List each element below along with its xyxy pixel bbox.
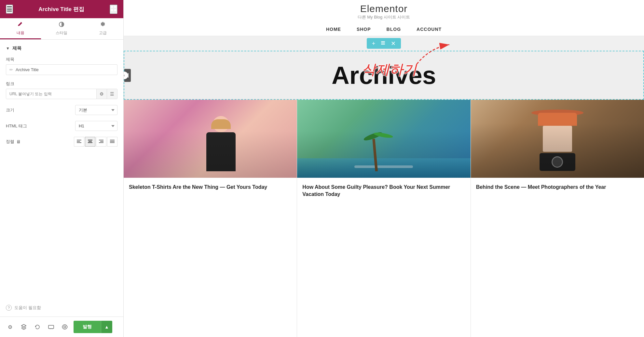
nav-account[interactable]: ACCOUNT [417,27,442,32]
logo-name: Elementor [358,3,410,14]
help-icon: ? [6,305,12,311]
svg-rect-17 [110,142,115,143]
svg-rect-20 [381,41,385,42]
responsive-btn[interactable] [46,322,56,332]
blog-card-1-title: Skeleton T-Shirts Are the New Thing — Ge… [129,184,292,191]
blog-grid: Skeleton T-Shirts Are the New Thing — Ge… [124,100,644,337]
svg-rect-22 [381,44,385,45]
size-select[interactable]: 기본 소 중 대 [75,105,117,115]
title-label: 제목 [6,57,117,62]
title-field-row: 제목 ✏ Archive Title [6,57,117,75]
publish-group: 발행 ▲ [74,321,112,333]
svg-rect-2 [111,9,113,11]
canvas-area: Elementor 다른 My Blog 사이트 사이트 HOME SHOP B… [124,0,644,337]
toolbar-move-btn[interactable] [378,40,388,47]
section-heading[interactable]: ▼ 제목 [6,45,117,51]
title-value: Archive Title [16,67,39,72]
tab-style[interactable]: 스타일 [41,18,82,39]
align-buttons [74,137,117,147]
blog-card-2: How About Some Guilty Pleasure? Book You… [297,100,471,337]
panel-body: ▼ 제목 제목 ✏ Archive Title 링크 ⚙ ☰ 크기 [0,40,123,299]
link-label: 링크 [6,81,117,87]
layers-btn[interactable] [19,322,29,332]
site-nav: HOME SHOP BLOG ACCOUNT [326,21,442,36]
size-field-row: 크기 기본 소 중 대 [6,105,117,115]
blog-card-2-title: How About Some Guilty Pleasure? Book You… [302,184,465,198]
link-row: ⚙ ☰ [6,89,117,99]
link-field-row: 링크 ⚙ ☰ [6,81,117,99]
pen-icon: ✏ [9,67,13,72]
panel-header: ☰ Archive Title 편집 [0,0,123,18]
pencil-icon [18,21,23,29]
blog-card-1: Skeleton T-Shirts Are the New Thing — Ge… [124,100,297,337]
widget-toolbar-inner: + ✕ [367,38,401,49]
site-logo: Elementor 다른 My Blog 사이트 사이트 [358,3,410,20]
html-tag-select[interactable]: H1 H2 H3 H4 div span p [75,121,117,131]
tab-style-label: 스타일 [56,30,67,36]
size-label: 크기 [6,107,14,113]
svg-rect-15 [110,140,115,140]
svg-rect-8 [77,142,81,143]
publish-button[interactable]: 발행 [74,321,101,333]
blog-card-3: Behind the Scene — Meet Photographers of… [471,100,644,337]
align-center-btn[interactable] [85,137,95,147]
html-tag-field-row: HTML 태그 H1 H2 H3 H4 div span p [6,121,117,131]
link-input[interactable] [6,89,96,99]
svg-point-19 [64,326,66,328]
archive-section-inner: Archives 삭제하기 [131,61,637,89]
panel-tabs: 내용 스타일 고급 [0,18,123,40]
blog-card-3-title: Behind the Scene — Meet Photographers of… [476,184,639,191]
align-label: 정렬 🖥 [6,139,21,145]
blog-card-3-body: Behind the Scene — Meet Photographers of… [471,178,644,199]
site-header: Elementor 다른 My Blog 사이트 사이트 HOME SHOP B… [124,0,644,36]
widget-toolbar: + ✕ [124,36,644,51]
align-left-btn[interactable] [74,137,84,147]
svg-rect-3 [114,9,116,11]
monitor-icon: 🖥 [16,139,21,144]
help-button[interactable]: ? 도움이 필요함 [0,299,123,317]
svg-rect-11 [88,142,92,143]
gear-icon [100,21,106,29]
grid-icon[interactable] [110,5,117,14]
panel-title: Archive Title 편집 [38,6,84,13]
svg-rect-1 [114,6,116,8]
tab-content-label: 내용 [17,30,24,36]
history-btn[interactable] [33,322,42,332]
align-field-row: 정렬 🖥 [6,137,117,147]
nav-blog[interactable]: BLOG [387,27,401,32]
tab-advanced[interactable]: 고급 [82,18,123,39]
link-list-btn[interactable]: ☰ [107,89,117,99]
svg-rect-10 [89,141,92,142]
svg-rect-21 [381,43,385,43]
nav-shop[interactable]: SHOP [357,27,371,32]
svg-rect-16 [110,141,115,142]
svg-rect-0 [111,6,113,8]
tab-advanced-label: 고급 [99,30,107,36]
blog-card-1-body: Skeleton T-Shirts Are the New Thing — Ge… [124,178,297,199]
preview-btn[interactable] [60,322,70,332]
svg-rect-12 [99,140,103,140]
tab-content[interactable]: 내용 [0,18,41,39]
nav-home[interactable]: HOME [326,27,341,32]
menu-icon[interactable]: ☰ [6,5,13,14]
svg-rect-14 [99,142,103,143]
html-tag-label: HTML 태그 [6,123,27,129]
toolbar-close-btn[interactable]: ✕ [389,40,398,47]
blog-card-1-image [124,100,297,178]
half-circle-icon [59,21,64,29]
svg-rect-13 [100,141,103,142]
link-settings-btn[interactable]: ⚙ [96,89,107,99]
help-text: 도움이 필요함 [14,305,41,311]
section-arrow: ▼ [6,46,10,51]
panel-bottom: ⚙ 발행 ▲ [0,317,123,337]
blog-card-3-image [471,100,644,178]
svg-rect-7 [77,141,80,142]
publish-arrow-button[interactable]: ▲ [101,321,112,333]
svg-rect-9 [88,140,92,140]
align-justify-btn[interactable] [107,137,117,147]
toolbar-add-btn[interactable]: + [370,40,377,47]
svg-line-4 [18,25,19,26]
settings-btn[interactable]: ⚙ [5,322,15,332]
align-right-btn[interactable] [96,137,106,147]
title-input[interactable]: ✏ Archive Title [6,64,117,75]
